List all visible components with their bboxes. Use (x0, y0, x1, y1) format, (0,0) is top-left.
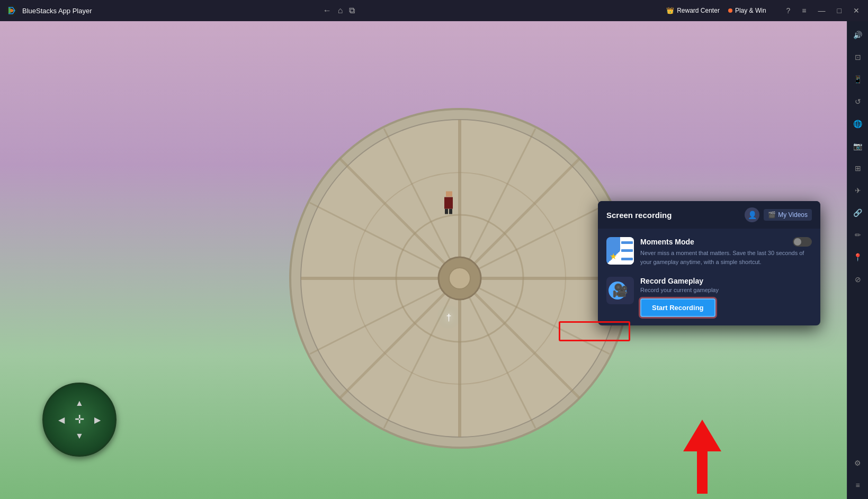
record-gameplay-content: Record Gameplay Record your current game… (640, 277, 812, 317)
panel-body: ★ Moments Mode Never miss a moment that … (598, 229, 820, 325)
moments-mode-content: Moments Mode Never miss a moment that ma… (640, 237, 812, 266)
char-body (444, 197, 453, 209)
user-icon[interactable]: 👤 (745, 207, 759, 222)
game-character (444, 192, 453, 214)
game-viewport[interactable]: † ✛ ▲ ▼ ◀ ▶ Screen recording 👤 🎬 My Vide… (0, 21, 847, 499)
sidebar-icon-camera[interactable]: 📷 (848, 137, 867, 156)
bluestacks-logo (5, 4, 18, 17)
stone-wheel (280, 98, 640, 458)
char-leg-left (445, 209, 448, 214)
window-controls: ? ≡ — □ ✕ (783, 4, 863, 17)
sidebar-icon-settings[interactable]: ⚙ (848, 453, 867, 473)
main-area: † ✛ ▲ ▼ ◀ ▶ Screen recording 👤 🎬 My Vide… (0, 21, 868, 499)
char-legs (445, 209, 452, 214)
annotation-arrow (683, 420, 721, 494)
dpad-center-icon: ✛ (75, 413, 84, 427)
toggle-knob (794, 238, 801, 246)
sidebar-icon-airplane[interactable]: ✈ (848, 181, 867, 200)
back-button[interactable]: ← (323, 6, 332, 15)
sidebar-icon-apps[interactable]: ⊞ (848, 159, 867, 178)
panel-header: Screen recording 👤 🎬 My Videos (598, 201, 820, 229)
panel-header-right: 👤 🎬 My Videos (745, 207, 812, 222)
reward-center-button[interactable]: 👑 Reward Center (666, 7, 720, 14)
dpad-up-icon: ▲ (75, 398, 84, 408)
sidebar-icon-menu[interactable]: ≡ (848, 476, 867, 495)
record-gameplay-icon: 🎥 (606, 277, 634, 304)
moments-star-icon: ★ (610, 251, 617, 261)
svg-point-1 (10, 9, 13, 12)
home-button[interactable]: ⌂ (338, 6, 343, 15)
dpad-inner: ✛ ▲ ▼ ◀ ▶ (58, 398, 101, 441)
sidebar-icon-volume[interactable]: 🔊 (848, 25, 867, 44)
my-videos-label: My Videos (778, 211, 808, 219)
titlebar-right: 👑 Reward Center Play & Win ? ≡ — □ ✕ (666, 4, 863, 17)
char-head (446, 192, 452, 197)
sidebar-icon-screen[interactable]: ⊡ (848, 48, 867, 67)
record-gameplay-description: Record your current gameplay (640, 287, 812, 293)
sidebar-icon-refresh[interactable]: ↺ (848, 92, 867, 111)
play-win-button[interactable]: Play & Win (728, 7, 766, 14)
moments-mode-icon: ★ (606, 237, 634, 265)
char-leg-right (449, 209, 452, 214)
sidebar-icon-globe[interactable]: 🌐 (848, 114, 867, 133)
sidebar-icon-edit[interactable]: ✏ (848, 225, 867, 244)
reward-icon: 👑 (666, 7, 674, 14)
dpad[interactable]: ✛ ▲ ▼ ◀ ▶ (42, 383, 117, 457)
dpad-right-icon: ▶ (94, 415, 101, 425)
app-name-label: BlueStacks App Player (22, 7, 323, 15)
moments-mode-row: ★ Moments Mode Never miss a moment that … (606, 237, 812, 266)
sidebar-icon-location[interactable]: 📍 (848, 248, 867, 267)
sidebar-icon-block[interactable]: ⊘ (848, 270, 867, 289)
moments-mode-description: Never miss a moment that matters. Save t… (640, 249, 812, 266)
titlebar: BlueStacks App Player ← ⌂ ⧉ 👑 Reward Cen… (0, 0, 868, 21)
menu-button[interactable]: ≡ (799, 4, 809, 17)
my-videos-button[interactable]: 🎬 My Videos (764, 209, 812, 221)
video-icon: 🎬 (768, 211, 776, 219)
camera-icon: 🎥 (612, 283, 628, 298)
maximize-button[interactable]: □ (834, 4, 845, 17)
record-gameplay-title: Record Gameplay (640, 277, 812, 285)
sidebar-icon-link[interactable]: 🔗 (848, 203, 867, 222)
play-win-dot (728, 8, 732, 13)
arrow-shaft (697, 451, 708, 494)
play-win-label: Play & Win (735, 7, 766, 14)
recording-panel: Screen recording 👤 🎬 My Videos (598, 201, 820, 325)
help-button[interactable]: ? (783, 4, 794, 17)
close-button[interactable]: ✕ (850, 4, 863, 17)
dpad-left-icon: ◀ (58, 415, 65, 425)
panel-title: Screen recording (606, 211, 672, 220)
record-gameplay-row: 🎥 Record Gameplay Record your current ga… (606, 277, 812, 317)
nav-buttons: ← ⌂ ⧉ (323, 6, 355, 15)
sidebar-icon-rotate[interactable]: 📱 (848, 70, 867, 89)
svg-point-13 (449, 268, 470, 289)
right-sidebar: 🔊 ⊡ 📱 ↺ 🌐 📷 ⊞ ✈ 🔗 ✏ 📍 ⊘ ⚙ ≡ (847, 21, 868, 499)
minimize-button[interactable]: — (815, 4, 829, 17)
moments-toggle[interactable] (793, 237, 812, 247)
moments-mode-title: Moments Mode (640, 238, 694, 246)
start-recording-button[interactable]: Start Recording (640, 298, 715, 317)
sword-glow: † (446, 312, 451, 323)
reward-center-label: Reward Center (677, 7, 720, 14)
multi-button[interactable]: ⧉ (349, 6, 355, 15)
arrow-head (683, 420, 721, 451)
dpad-down-icon: ▼ (75, 431, 84, 441)
